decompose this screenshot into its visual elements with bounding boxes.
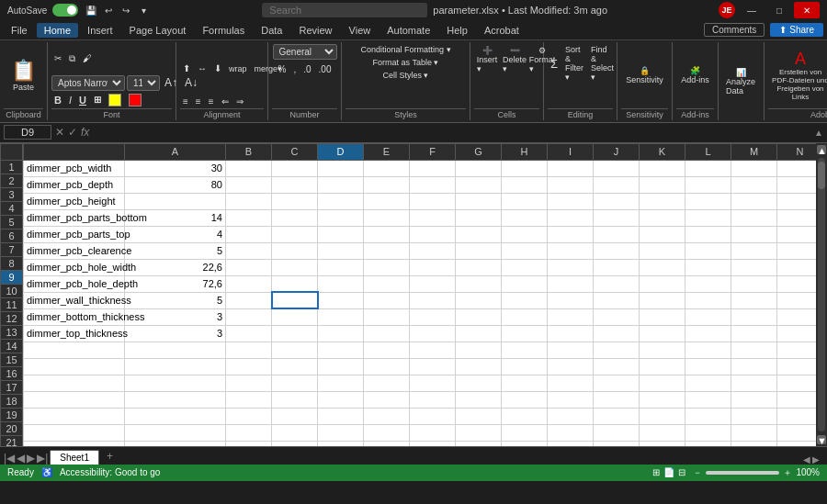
cell-L8[interactable] (640, 275, 685, 292)
cell-b6[interactable]: 5 (125, 242, 226, 259)
cell-O10[interactable] (777, 308, 817, 325)
cell-c16[interactable] (226, 408, 272, 424)
row-header-10[interactable]: 10 (1, 284, 23, 297)
zoom-out-button[interactable]: － (693, 466, 702, 479)
cell-M8[interactable] (685, 275, 731, 292)
cell-a6[interactable]: dimmer_pcb_clearence (24, 242, 125, 259)
cell-c3[interactable] (226, 193, 272, 209)
cell-a18[interactable] (24, 441, 125, 446)
row-header-16[interactable]: 16 (1, 366, 23, 380)
row-header-18[interactable]: 18 (1, 394, 23, 408)
cell-c8[interactable] (226, 275, 272, 292)
cell-O13[interactable] (777, 358, 817, 375)
cell-c9[interactable] (226, 292, 272, 308)
insert-button[interactable]: ➕ Insert ▾ (474, 44, 500, 75)
cell-F1[interactable] (364, 160, 410, 176)
search-input[interactable] (262, 3, 427, 17)
cell-F17[interactable] (364, 424, 410, 441)
cell-a11[interactable]: dimmer_top_thickness (24, 325, 125, 342)
row-header-15[interactable]: 15 (1, 353, 23, 366)
cell-I18[interactable] (502, 441, 548, 446)
cell-d16[interactable] (272, 408, 318, 424)
cell-L5[interactable] (640, 226, 685, 242)
cell-O18[interactable] (777, 441, 817, 446)
cell-H7[interactable] (456, 259, 502, 275)
cell-M10[interactable] (685, 308, 731, 325)
row-header-13[interactable]: 13 (1, 325, 23, 339)
cell-N2[interactable] (731, 176, 777, 193)
cell-b3[interactable] (125, 193, 226, 209)
cell-a15[interactable] (24, 391, 125, 408)
cell-F4[interactable] (364, 209, 410, 226)
cell-G5[interactable] (410, 226, 456, 242)
cell-b7[interactable]: 22,6 (125, 259, 226, 275)
cell-N12[interactable] (731, 342, 777, 358)
normal-view-icon[interactable]: ⊞ (652, 467, 660, 477)
cell-O3[interactable] (777, 193, 817, 209)
col-header-I[interactable]: I (548, 143, 594, 160)
cell-F13[interactable] (364, 358, 410, 375)
cell-F7[interactable] (364, 259, 410, 275)
cell-H1[interactable] (456, 160, 502, 176)
cell-b11[interactable]: 3 (125, 325, 226, 342)
cell-O15[interactable] (777, 391, 817, 408)
cell-K8[interactable] (594, 275, 640, 292)
cell-b17[interactable] (125, 424, 226, 441)
cell-M1[interactable] (685, 160, 731, 176)
sheet-nav-next[interactable]: ▶ (27, 452, 35, 465)
cell-E6[interactable] (318, 242, 364, 259)
cell-d1[interactable] (272, 160, 318, 176)
restore-button[interactable]: □ (766, 2, 792, 18)
cell-H6[interactable] (456, 242, 502, 259)
cell-O17[interactable] (777, 424, 817, 441)
cell-F12[interactable] (364, 342, 410, 358)
decrease-decimal-button[interactable]: .00 (316, 63, 334, 75)
cell-G6[interactable] (410, 242, 456, 259)
cell-M12[interactable] (685, 342, 731, 358)
cell-a12[interactable] (24, 342, 125, 358)
cell-O1[interactable] (777, 160, 817, 176)
row-header-21[interactable]: 21 (1, 435, 23, 446)
cell-b15[interactable] (125, 391, 226, 408)
cell-K7[interactable] (594, 259, 640, 275)
cell-O2[interactable] (777, 176, 817, 193)
cell-G8[interactable] (410, 275, 456, 292)
delete-button[interactable]: ➖ Delete ▾ (502, 44, 527, 75)
cell-a1[interactable]: dimmer_pcb_width (24, 160, 125, 176)
cell-E1[interactable] (318, 160, 364, 176)
cell-K16[interactable] (594, 408, 640, 424)
cell-H8[interactable] (456, 275, 502, 292)
row-header-9[interactable]: 9 (1, 270, 23, 284)
cell-J3[interactable] (548, 193, 594, 209)
cell-M14[interactable] (685, 375, 731, 391)
cell-N8[interactable] (731, 275, 777, 292)
cell-d7[interactable] (272, 259, 318, 275)
cell-c11[interactable] (226, 325, 272, 342)
cell-b8[interactable]: 72,6 (125, 275, 226, 292)
col-header-K[interactable]: K (640, 143, 685, 160)
cell-c13[interactable] (226, 358, 272, 375)
cell-K13[interactable] (594, 358, 640, 375)
row-header-20[interactable]: 20 (1, 421, 23, 435)
cell-G15[interactable] (410, 391, 456, 408)
cell-O12[interactable] (777, 342, 817, 358)
add-sheet-button[interactable]: + (101, 448, 119, 465)
cell-I8[interactable] (502, 275, 548, 292)
cell-L17[interactable] (640, 424, 685, 441)
cell-O8[interactable] (777, 275, 817, 292)
cell-K5[interactable] (594, 226, 640, 242)
cell-I12[interactable] (502, 342, 548, 358)
cell-G3[interactable] (410, 193, 456, 209)
menu-view[interactable]: View (342, 23, 379, 38)
row-header-6[interactable]: 6 (1, 229, 23, 242)
col-header-C[interactable]: C (272, 143, 318, 160)
cell-K3[interactable] (594, 193, 640, 209)
cell-J10[interactable] (548, 308, 594, 325)
fill-color-button[interactable] (106, 93, 124, 107)
cell-H14[interactable] (456, 375, 502, 391)
minimize-button[interactable]: — (739, 2, 765, 18)
cell-d10[interactable] (272, 308, 318, 325)
sheet-nav-last[interactable]: ▶| (37, 452, 48, 465)
cell-L11[interactable] (640, 325, 685, 342)
cell-L2[interactable] (640, 176, 685, 193)
